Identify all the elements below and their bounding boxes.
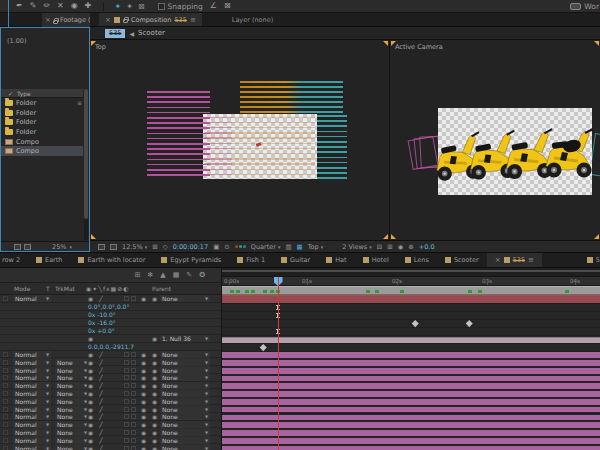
brush-small-icon[interactable]: ✎: [186, 271, 192, 279]
tab-hotel[interactable]: Hotel: [355, 253, 397, 267]
parent-dropdown[interactable]: None▼: [160, 382, 210, 389]
pick-whip-icon[interactable]: ◉: [141, 398, 146, 405]
keyframe-mark[interactable]: [375, 290, 379, 293]
parent-pick-whip-icon[interactable]: ◉: [152, 413, 157, 420]
chevron-down-icon[interactable]: ▾: [69, 244, 72, 250]
av-box[interactable]: [3, 383, 8, 388]
switch-box[interactable]: [131, 407, 136, 412]
keyframe-mark[interactable]: [468, 290, 472, 293]
parent-dropdown[interactable]: None▼: [160, 406, 210, 413]
trkmat-dropdown[interactable]: None▼: [55, 367, 89, 374]
tab-scooter[interactable]: Scooter: [437, 253, 487, 267]
parent-pick-whip-icon[interactable]: ◉: [152, 351, 157, 358]
av-box[interactable]: [3, 446, 8, 450]
tab-partial-right[interactable]: 5: [579, 253, 600, 267]
pick-whip-icon[interactable]: ◉: [141, 295, 146, 302]
keyframe-mark[interactable]: [236, 290, 240, 293]
parent-dropdown[interactable]: None▼: [160, 398, 210, 405]
keyframe-mark[interactable]: [251, 290, 255, 293]
eye-icon[interactable]: ◉: [88, 351, 93, 358]
channel-icon[interactable]: ⊙: [224, 243, 229, 251]
panel-menu-icon[interactable]: ≡: [190, 16, 196, 24]
quality-icon[interactable]: ╱: [99, 351, 103, 358]
eye-icon[interactable]: ◉: [88, 359, 93, 366]
view-top[interactable]: Top: [90, 40, 390, 240]
project-item[interactable]: Folder: [1, 127, 83, 137]
brush-tool-icon[interactable]: ✎: [30, 0, 37, 12]
parent-dropdown[interactable]: None▼: [160, 359, 210, 366]
switch-box[interactable]: [131, 352, 136, 357]
cam-left-icon[interactable]: ⊟: [377, 243, 382, 251]
layer-row[interactable]: Normal▼◉╱◉◉None▼: [0, 295, 221, 303]
eye-icon[interactable]: ◉: [88, 374, 93, 381]
keyframe-diamond-icon[interactable]: [466, 320, 472, 326]
shy-icon[interactable]: ▲: [160, 271, 165, 279]
scrollbar-thumb[interactable]: [84, 89, 88, 219]
switch-box[interactable]: [124, 399, 129, 404]
view-layout-select[interactable]: 2 Views: [342, 243, 372, 251]
trkmat-dropdown[interactable]: None▼: [55, 390, 89, 397]
mode-dropdown[interactable]: Normal▼: [13, 437, 51, 444]
parent-dropdown[interactable]: None▼: [160, 429, 210, 436]
scrollbar[interactable]: [84, 89, 88, 240]
parent-dropdown[interactable]: None▼: [160, 413, 210, 420]
av-box[interactable]: [3, 352, 8, 357]
project-item[interactable]: Compo: [1, 137, 83, 147]
tab-layer[interactable]: Layer (none): [222, 13, 283, 26]
parent-pick-whip-icon[interactable]: ◉: [152, 382, 157, 389]
av-box[interactable]: [3, 296, 8, 301]
layer-row[interactable]: Normal▼None▼◉╱◉◉None▼: [0, 382, 221, 390]
keyframe-mark[interactable]: [478, 290, 482, 293]
switch-box[interactable]: [124, 414, 129, 419]
parent-dropdown[interactable]: None▼: [160, 374, 210, 381]
tab-composition[interactable]: × Composition 535 ≡: [99, 13, 202, 26]
property-row[interactable]: 0x -10.0°: [0, 311, 221, 319]
mode-dropdown[interactable]: Normal▼: [13, 413, 51, 420]
quality-icon[interactable]: ╱: [99, 406, 103, 413]
preview-icon[interactable]: [24, 244, 31, 250]
property-value[interactable]: 0x -16.0°: [88, 319, 116, 326]
pick-whip-icon[interactable]: ◉: [141, 421, 146, 428]
view-axis-mode[interactable]: ⊠: [138, 2, 145, 11]
region-snap-icon[interactable]: ⊠: [224, 0, 231, 12]
parent-column-header[interactable]: Parent: [152, 285, 171, 292]
av-box[interactable]: [3, 360, 8, 365]
pick-whip-icon[interactable]: ◉: [141, 445, 146, 450]
quality-icon[interactable]: ╱: [99, 398, 103, 405]
pick-whip-icon[interactable]: ◉: [141, 359, 146, 366]
eye-icon[interactable]: ◉: [88, 295, 93, 302]
tab-guitar[interactable]: Guitar: [273, 253, 318, 267]
trkmat-dropdown[interactable]: None▼: [55, 421, 89, 428]
breadcrumb-current-comp[interactable]: Scooter: [138, 29, 165, 37]
av-box[interactable]: [3, 391, 8, 396]
breadcrumb-comp-chip[interactable]: 535: [105, 29, 125, 38]
quality-icon[interactable]: ╱: [99, 374, 103, 381]
property-row[interactable]: 0x +0.0°: [0, 327, 221, 335]
exposure-value[interactable]: +0.0: [419, 243, 435, 251]
property-row[interactable]: 0.0,0.0,-2911.7: [0, 343, 221, 351]
tab-partial-left[interactable]: row 2: [0, 253, 28, 267]
property-row[interactable]: 0.0°,0.0°,0.0°: [0, 303, 221, 311]
layer-row[interactable]: Normal▼None▼◉╱◉◉None▼: [0, 421, 221, 429]
switch-box[interactable]: [131, 368, 136, 373]
thumbnail-icon[interactable]: [14, 244, 21, 250]
switch-box[interactable]: [124, 438, 129, 443]
property-value[interactable]: 0x +0.0°: [88, 327, 115, 334]
layer-row[interactable]: Normal▼None▼◉╱◉◉None▼: [0, 366, 221, 374]
parent-dropdown[interactable]: None▼: [160, 367, 210, 374]
property-value[interactable]: 0.0,0.0,-2911.7: [88, 343, 134, 350]
tab-footage[interactable]: × Footage (): [42, 13, 90, 27]
keyframe-mark[interactable]: [263, 290, 267, 293]
eye-icon[interactable]: ◉: [88, 398, 93, 405]
eye-icon[interactable]: ◉: [88, 390, 93, 397]
magnification-icon[interactable]: [110, 244, 117, 250]
mode-dropdown[interactable]: Normal▼: [13, 429, 51, 436]
current-time-display[interactable]: 0:00:00:17: [173, 243, 209, 251]
keyframe-mark[interactable]: [270, 290, 274, 293]
keyframe-mark[interactable]: [565, 290, 569, 293]
switch-box[interactable]: [131, 414, 136, 419]
mode-dropdown[interactable]: Normal▼: [13, 406, 51, 413]
draft-3d-icon[interactable]: ✻: [147, 271, 153, 279]
keyframe-mark[interactable]: [366, 290, 370, 293]
pick-whip-icon[interactable]: ◉: [141, 406, 146, 413]
